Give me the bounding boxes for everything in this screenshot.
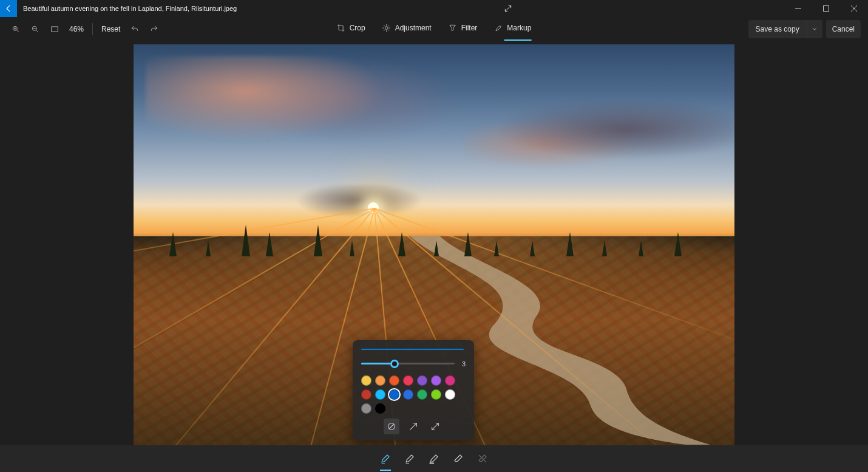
clear-tool[interactable] [473, 450, 492, 468]
save-dropdown[interactable] [807, 20, 822, 38]
tab-markup-label: Markup [507, 24, 531, 32]
redo-icon [150, 25, 158, 33]
window-controls [784, 0, 868, 17]
svg-point-4 [385, 27, 388, 30]
zoom-level-label[interactable]: 46% [66, 25, 87, 33]
filename-label: Beautiful autumn evening on the fell in … [23, 5, 237, 12]
color-swatch[interactable] [431, 375, 441, 386]
cancel-button[interactable]: Cancel [826, 20, 861, 38]
markup-tools-bar [0, 445, 868, 472]
save-controls: Save as copy Cancel [748, 20, 861, 38]
filter-icon [449, 24, 457, 32]
fullscreen-button[interactable] [494, 0, 522, 17]
minimize-button[interactable] [784, 0, 812, 17]
canvas-area: 3 [0, 44, 868, 445]
highlighter-tool[interactable] [425, 450, 443, 468]
tab-filter[interactable]: Filter [449, 24, 478, 35]
pen-tool-1[interactable] [376, 450, 395, 468]
edited-image[interactable]: 3 [134, 44, 734, 445]
expand-icon [504, 4, 512, 13]
color-swatch[interactable] [445, 375, 455, 386]
color-swatches [361, 375, 466, 414]
fit-icon [50, 25, 59, 33]
color-swatch[interactable] [403, 389, 413, 400]
color-swatch[interactable] [361, 375, 371, 386]
save-as-copy-button[interactable]: Save as copy [748, 20, 822, 38]
eraser-tool[interactable] [449, 450, 467, 468]
zoom-in-button[interactable] [7, 21, 24, 38]
tab-crop-label: Crop [350, 24, 365, 32]
markup-icon [494, 24, 503, 32]
arrow-tip-icon [409, 422, 418, 431]
tip-style-row [361, 419, 466, 434]
mode-tabs: Crop Adjustment Filter Markup [337, 24, 532, 35]
zoom-in-icon [12, 25, 20, 33]
zoom-controls: 46% Reset [7, 21, 163, 38]
back-arrow-icon [4, 4, 13, 13]
maximize-icon [823, 5, 829, 12]
eraser-icon [453, 453, 464, 464]
adjustment-icon [382, 24, 391, 32]
tip-double-arrow[interactable] [427, 419, 443, 434]
fit-button[interactable] [46, 21, 63, 38]
minimize-icon [795, 5, 801, 12]
zoom-out-icon [31, 25, 39, 33]
save-as-copy-label: Save as copy [748, 25, 807, 33]
title-bar: Beautiful autumn evening on the fell in … [0, 0, 868, 17]
color-swatch[interactable] [375, 403, 385, 414]
tab-crop[interactable]: Crop [337, 24, 365, 35]
color-swatch[interactable] [389, 375, 399, 386]
tip-none[interactable] [384, 419, 399, 434]
color-swatch[interactable] [375, 375, 385, 386]
svg-rect-3 [52, 27, 58, 32]
tab-adjustment[interactable]: Adjustment [382, 24, 432, 35]
tab-filter-label: Filter [461, 24, 478, 32]
undo-button[interactable] [126, 21, 143, 38]
crop-icon [337, 24, 345, 32]
pen-icon [380, 453, 391, 464]
thickness-value: 3 [459, 360, 466, 368]
tab-markup[interactable]: Markup [494, 24, 531, 35]
separator [92, 23, 93, 35]
clear-icon [477, 453, 488, 464]
undo-icon [131, 25, 139, 33]
highlighter-icon [429, 453, 439, 464]
color-swatch[interactable] [361, 389, 371, 400]
redo-button[interactable] [146, 21, 163, 38]
color-swatch[interactable] [431, 389, 441, 400]
no-tip-icon [387, 422, 396, 431]
edit-toolbar: 46% Reset Crop Adjustment Filter Markup … [0, 17, 868, 41]
color-swatch[interactable] [361, 403, 371, 414]
color-swatch[interactable] [403, 375, 413, 386]
pen-icon [404, 453, 415, 464]
back-button[interactable] [0, 0, 17, 17]
zoom-out-button[interactable] [27, 21, 44, 38]
close-button[interactable] [840, 0, 868, 17]
chevron-down-icon [812, 26, 818, 32]
color-swatch[interactable] [417, 389, 427, 400]
color-swatch[interactable] [445, 389, 455, 400]
tip-arrow[interactable] [405, 419, 421, 434]
color-swatch[interactable] [375, 389, 385, 400]
markup-options-popup: 3 [353, 340, 474, 440]
color-swatch[interactable] [417, 375, 427, 386]
svg-rect-0 [823, 6, 829, 12]
maximize-button[interactable] [812, 0, 840, 17]
color-swatch[interactable] [389, 389, 399, 400]
thickness-indicator [361, 349, 466, 351]
double-arrow-tip-icon [430, 422, 440, 431]
reset-button[interactable]: Reset [98, 22, 124, 36]
tab-adjustment-label: Adjustment [395, 24, 432, 32]
close-icon [851, 5, 857, 12]
pen-tool-2[interactable] [401, 450, 419, 468]
thickness-slider[interactable] [361, 357, 455, 371]
